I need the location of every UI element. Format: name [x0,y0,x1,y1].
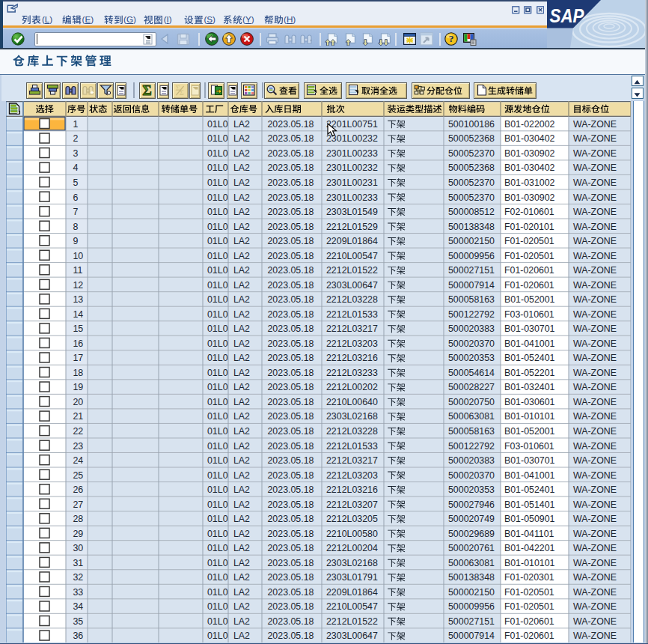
svg-text:?: ? [449,33,454,44]
svg-text:SAP: SAP [550,4,584,27]
svg-text:Σ: Σ [143,84,152,97]
